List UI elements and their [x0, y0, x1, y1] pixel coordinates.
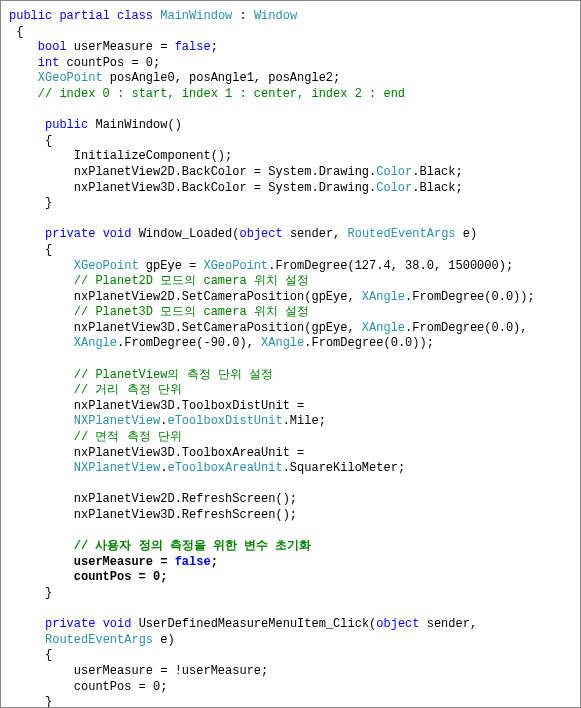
code-token: XGeoPoint	[38, 71, 103, 85]
code-token: false	[175, 555, 211, 569]
code-token: RoutedEventArgs	[348, 227, 456, 241]
code-token: XAngle	[261, 336, 304, 350]
code-token: // 거리 측정 단위	[74, 383, 182, 397]
code-token: void	[103, 617, 132, 631]
code-token: Color	[376, 181, 412, 195]
code-token: eToolboxAreaUnit	[167, 461, 282, 475]
code-token: object	[376, 617, 419, 631]
code-token: userMeasure =	[74, 555, 175, 569]
code-token: class	[117, 9, 153, 23]
code-token: object	[239, 227, 282, 241]
code-token: RoutedEventArgs	[45, 633, 153, 647]
code-token: countPos = 0;	[74, 570, 168, 584]
code-token: Window	[254, 9, 297, 23]
code-token: eToolboxDistUnit	[167, 414, 282, 428]
code-block: public partial class MainWindow : Window…	[9, 9, 576, 708]
code-token: XAngle	[362, 321, 405, 335]
code-token: void	[103, 227, 132, 241]
code-token: bool	[38, 40, 67, 54]
code-token: NXPlanetView	[74, 414, 160, 428]
code-token: private	[45, 227, 95, 241]
code-container: public partial class MainWindow : Window…	[0, 0, 581, 708]
code-token: Color	[376, 165, 412, 179]
code-token: // 사용자 정의 측정을 위한 변수 초기화	[74, 539, 312, 553]
code-token: partial	[59, 9, 109, 23]
code-token: private	[45, 617, 95, 631]
code-token: false	[175, 40, 211, 54]
code-token: XGeoPoint	[203, 259, 268, 273]
code-token: XGeoPoint	[74, 259, 139, 273]
code-token: // 면적 측정 단위	[74, 430, 182, 444]
code-token: public	[45, 118, 88, 132]
code-token: ;	[211, 555, 218, 569]
code-token: // Planet3D 모드의 camera 위치 설정	[74, 305, 309, 319]
code-token: public	[9, 9, 52, 23]
code-token: // index 0 : start, index 1 : center, in…	[38, 87, 405, 101]
code-token: XAngle	[74, 336, 117, 350]
code-token: // PlanetView의 측정 단위 설정	[74, 368, 273, 382]
code-token: MainWindow	[160, 9, 232, 23]
code-token: int	[38, 56, 60, 70]
code-token: NXPlanetView	[74, 461, 160, 475]
code-token: // Planet2D 모드의 camera 위치 설정	[74, 274, 309, 288]
code-token: XAngle	[362, 290, 405, 304]
